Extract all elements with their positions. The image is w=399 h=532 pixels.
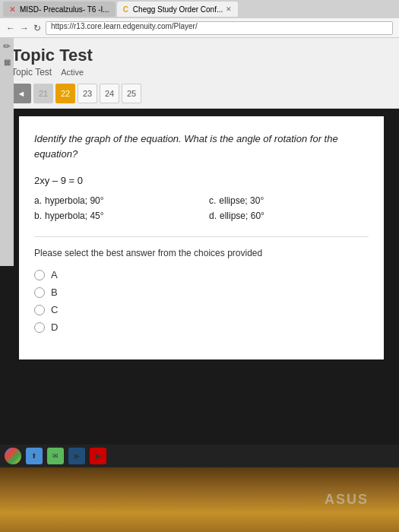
- radio-label-d: D: [51, 321, 58, 333]
- tab-2-close[interactable]: ✕: [226, 5, 232, 13]
- answers-grid: a. hyperbola; 90° c. ellipse; 30° b. hyp…: [34, 195, 369, 221]
- page-btn-23[interactable]: 23: [78, 84, 97, 103]
- forward-button[interactable]: →: [20, 23, 29, 33]
- tab-x-icon: ✕: [9, 5, 15, 14]
- status-badge: Active: [61, 68, 84, 77]
- pencil-icon[interactable]: ✏: [3, 41, 11, 52]
- equation: 2xy – 9 = 0: [34, 175, 369, 186]
- answer-c-label: c.: [209, 195, 216, 206]
- pagination-row: ◄ 21 22 23 24 25: [11, 84, 388, 103]
- tab-2[interactable]: C Chegg Study Order Conf... ✕: [117, 2, 239, 17]
- page-btn-21[interactable]: 21: [33, 84, 53, 103]
- answer-b-label: b.: [34, 211, 42, 221]
- radio-group: A B C D: [34, 269, 369, 333]
- answer-a-text: hyperbola; 90°: [45, 195, 104, 206]
- answer-b: b. hyperbola; 45°: [34, 211, 194, 221]
- answer-d-label: d.: [209, 211, 217, 221]
- radio-circle-b: [34, 287, 45, 298]
- select-instruction: Please select the best answer from the c…: [34, 248, 369, 258]
- taskbar-darkblue-button[interactable]: ▶: [68, 448, 85, 464]
- taskbar-chrome-button[interactable]: [5, 448, 21, 464]
- breadcrumb: Topic Test: [11, 67, 52, 78]
- radio-circle-c: [34, 305, 45, 315]
- tab-2-label: Chegg Study Order Conf...: [133, 5, 223, 14]
- radio-d[interactable]: D: [34, 321, 369, 333]
- radio-circle-a: [34, 270, 45, 280]
- prev-page-button[interactable]: ◄: [11, 84, 31, 103]
- laptop-bottom: ASUS: [0, 467, 399, 532]
- answer-c: c. ellipse; 30°: [209, 195, 369, 206]
- calculator-icon[interactable]: ▦: [4, 58, 11, 66]
- radio-circle-d: [34, 322, 45, 333]
- address-bar: ← → ↻ https://r13.core.learn.edgenuity.c…: [0, 18, 399, 38]
- taskbar-blue-button[interactable]: ⬆: [26, 448, 43, 464]
- tab-1[interactable]: ✕ MISD- Precalzulus- T6 -I...: [3, 2, 116, 17]
- answer-a-label: a.: [34, 195, 42, 206]
- asus-logo: ASUS: [325, 492, 369, 508]
- address-input[interactable]: https://r13.core.learn.edgenuity.com/Pla…: [46, 21, 393, 35]
- taskbar-red-button[interactable]: ▶: [90, 448, 106, 464]
- page-btn-24[interactable]: 24: [100, 84, 119, 103]
- radio-label-a: A: [51, 269, 58, 280]
- tab-bar: ✕ MISD- Precalzulus- T6 -I... C Chegg St…: [0, 0, 399, 18]
- page-header: Topic Test Topic Test Active ◄ 21 22 23 …: [0, 38, 399, 109]
- taskbar-green-button[interactable]: ✉: [47, 448, 64, 464]
- breadcrumb-row: Topic Test Active: [11, 67, 388, 78]
- left-sidebar: ✏ ▦: [0, 38, 14, 266]
- divider: [34, 236, 369, 237]
- question-area: Identify the graph of the equation. What…: [19, 116, 384, 359]
- tab-1-label: MISD- Precalzulus- T6 -I...: [20, 5, 109, 14]
- radio-label-c: C: [51, 304, 58, 315]
- browser-chrome: ✕ MISD- Precalzulus- T6 -I... C Chegg St…: [0, 0, 399, 38]
- page-btn-22[interactable]: 22: [55, 84, 75, 103]
- taskbar: ⬆ ✉ ▶ ▶: [0, 445, 399, 467]
- radio-label-b: B: [51, 287, 58, 298]
- answer-d-text: ellipse; 60°: [220, 211, 264, 221]
- page-title: Topic Test: [11, 46, 388, 65]
- back-button[interactable]: ←: [6, 23, 15, 33]
- radio-b[interactable]: B: [34, 287, 369, 298]
- answer-c-text: ellipse; 30°: [219, 195, 264, 206]
- radio-a[interactable]: A: [34, 269, 369, 280]
- page-btn-25[interactable]: 25: [122, 84, 141, 103]
- tab-c-icon: C: [123, 5, 128, 14]
- question-text: Identify the graph of the equation. What…: [34, 131, 369, 161]
- answer-b-text: hyperbola; 45°: [45, 211, 104, 221]
- answer-a: a. hyperbola; 90°: [34, 195, 194, 206]
- radio-c[interactable]: C: [34, 304, 369, 315]
- refresh-button[interactable]: ↻: [33, 23, 41, 33]
- answer-d: d. ellipse; 60°: [209, 211, 369, 221]
